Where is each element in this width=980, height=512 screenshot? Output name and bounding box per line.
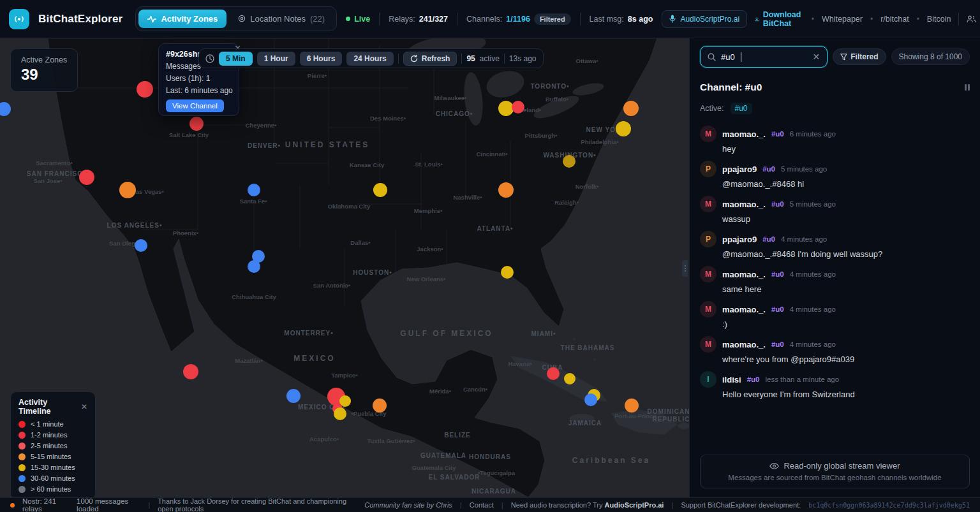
message-username[interactable]: ppajaro9 [722,235,757,244]
btc-address[interactable]: bc1q0cfsn0ggn063a89142ce7dd9c3lafjvd0ekg… [808,502,970,509]
message-channel-tag[interactable]: #u0 [747,376,760,383]
zone-marker-blue[interactable] [248,184,260,196]
zone-marker-blue[interactable] [135,239,147,252]
zone-marker-orange[interactable] [498,182,514,198]
time-filter-24-hours[interactable]: 24 Hours [346,52,393,66]
link-rbitchat[interactable]: r/bitchat [880,15,909,24]
zone-marker-orange[interactable] [623,101,639,116]
message-channel-tag[interactable]: #u0 [762,165,775,173]
refresh-icon [410,55,418,62]
active-zone-count: 95 active [466,54,499,63]
legend-item: 5-15 minutes [19,453,87,460]
message-timestamp: 6 minutes ago [790,130,836,138]
message-username[interactable]: maomao._. [722,340,766,349]
message-list[interactable]: Mmaomao._.#u06 minutes agoheyPppajaro9#u… [700,126,970,455]
message-channel-tag[interactable]: #u0 [771,305,784,313]
stream-note-title: Read-only global stream viewer [783,461,900,471]
avatar: M [700,266,716,282]
legend-item-label: 15-30 minutes [31,464,75,471]
legend-item-label: 5-15 minutes [31,453,71,460]
zone-marker-red[interactable] [79,170,94,185]
tab-activity-zones[interactable]: Activity Zones [138,10,226,28]
message-timestamp: less than a minute ago [765,376,839,383]
search-input[interactable]: #u0 ✕ [700,46,828,68]
message-username[interactable]: maomao._. [722,270,766,279]
refresh-button[interactable]: Refresh [403,52,457,66]
legend-title: Activity Timeline [19,398,77,416]
tab-location-notes[interactable]: Location Notes (22) [229,10,334,28]
message-username[interactable]: maomao._. [722,129,766,139]
message-channel-tag[interactable]: #u0 [771,130,784,138]
zone-marker-yellow[interactable] [501,266,514,279]
showing-count-badge: Showing 8 of 1000 [891,48,970,65]
chat-message: Mmaomao._.#u04 minutes ago:) [700,301,970,329]
pause-stream-icon[interactable] [965,84,970,91]
estimated-users-stat: est:2,843 [967,15,980,24]
time-filter-6-hours[interactable]: 6 Hours [300,52,343,66]
message-username[interactable]: maomao._. [722,200,766,209]
stream-viewer-note: Read-only global stream viewer Messages … [700,455,970,488]
channels-stat: Channels:1/1196 Filtered [466,13,571,25]
popup-users-line: Users (1h): 1 [166,74,232,83]
chat-sidebar: #u0 ✕ Filtered Showing 8 of 1000 Channel… [689,38,980,497]
contact-link[interactable]: Contact [470,501,494,509]
channel-heading: Channel: #u0 [700,82,762,93]
map[interactable]: Pierre•Ottawa•TORONTO•Milwaukee•Buffalo•… [0,38,689,497]
zone-marker-darkyellow[interactable] [563,155,575,168]
live-indicator: Live [346,15,370,24]
active-label: Active: [700,104,724,113]
zone-marker-yellow[interactable] [373,183,387,197]
zone-marker-red[interactable] [137,81,153,98]
message-timestamp: 4 minutes ago [790,305,836,313]
message-username[interactable]: ppajaro9 [722,165,757,174]
zone-marker-yellow[interactable] [616,121,631,136]
legend-close-icon[interactable]: ✕ [81,402,87,411]
zone-marker-yellow[interactable] [564,373,575,384]
message-text: hey [722,144,970,154]
messages-loaded: 1000 messages loaded [77,497,140,512]
legend-item-label: 30-60 minutes [31,474,75,482]
time-filter-1-hour[interactable]: 1 Hour [257,52,295,66]
message-username[interactable]: maomao._. [722,305,766,314]
zone-marker-orange[interactable] [373,399,387,413]
chat-message: Mmaomao._.#u04 minutes agosame here [700,266,970,294]
avatar: M [700,126,716,142]
map-base-layer [0,38,689,497]
zone-marker-red[interactable] [183,364,198,379]
message-username[interactable]: ildisi [722,375,741,384]
legend-item-label: 2-5 minutes [31,442,67,450]
message-channel-tag[interactable]: #u0 [771,200,784,208]
zone-marker-orange[interactable] [625,399,639,413]
stream-note-subtitle: Messages are sourced from BitChat geohas… [707,474,963,481]
zone-marker-blue[interactable] [286,389,301,403]
message-channel-tag[interactable]: #u0 [771,270,784,278]
text-caret [741,52,741,62]
last-updated: 13s ago [509,54,537,63]
audioscriptpro-button[interactable]: AudioScriptPro.ai [662,10,747,28]
zone-marker-blue[interactable] [584,393,597,406]
time-filter-5-min[interactable]: 5 Min [219,52,253,66]
zone-marker-yellow[interactable] [334,407,346,420]
transcription-link[interactable]: Need audio transcription? Try AudioScrip… [511,501,664,509]
download-bitchat-link[interactable]: Download BitChat [755,10,804,28]
message-channel-tag[interactable]: #u0 [771,340,784,348]
relays-stat: Relays:241/327 [389,15,448,24]
avatar: I [700,371,716,388]
link-bitcoin[interactable]: Bitcoin [927,15,951,24]
popup-last-line: Last: 6 minutes ago [166,86,232,95]
zone-marker-red[interactable] [189,117,204,131]
funnel-icon [840,54,847,61]
message-text: @maomao._.#8468 hi [722,179,970,189]
link-whitepaper[interactable]: Whitepaper [822,15,863,24]
clear-search-icon[interactable]: ✕ [813,52,820,62]
zone-marker-red[interactable] [512,101,524,113]
sidebar-resize-handle[interactable] [682,260,688,277]
filtered-toggle-button[interactable]: Filtered [833,48,886,65]
view-channel-button[interactable]: View Channel [166,99,224,112]
message-channel-tag[interactable]: #u0 [762,235,775,243]
zone-marker-red[interactable] [547,367,560,380]
active-channel-chip[interactable]: #u0 [731,103,752,114]
zone-marker-orange[interactable] [119,182,136,198]
zone-marker-blue[interactable] [248,260,260,273]
activity-icon [147,15,156,23]
